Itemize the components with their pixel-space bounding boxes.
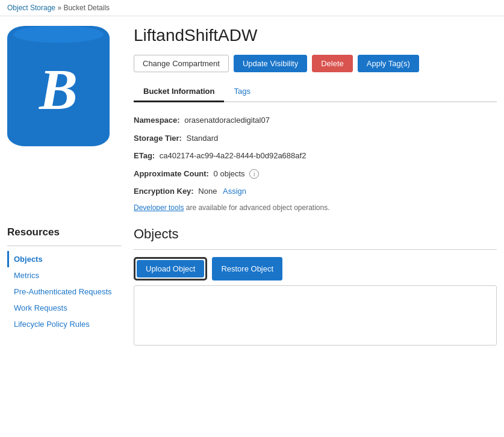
bucket-icon-panel: B	[7, 26, 122, 214]
resource-item-metrics[interactable]: Metrics	[7, 267, 122, 284]
tab-tags[interactable]: Tags	[224, 82, 260, 102]
bucket-info-table: Namespace: orasenatdoracledigital07 Stor…	[134, 112, 497, 214]
approx-count-info-icon[interactable]: i	[249, 169, 259, 179]
upload-object-button[interactable]: Upload Object	[137, 260, 204, 277]
breadcrumb-separator: »	[57, 4, 61, 12]
developer-tools-link[interactable]: Developer tools	[134, 203, 184, 212]
objects-table-area	[134, 285, 497, 346]
resource-item-objects[interactable]: Objects	[7, 251, 122, 267]
assign-link[interactable]: Assign	[223, 187, 246, 196]
bucket-cylinder-icon: B	[7, 26, 110, 146]
restore-object-button[interactable]: Restore Object	[212, 257, 282, 280]
dev-tools-row: Developer tools are available for advanc…	[134, 203, 497, 212]
namespace-label: Namespace:	[134, 116, 180, 125]
objects-section-title: Objects	[134, 226, 497, 242]
change-compartment-button[interactable]: Change Compartment	[134, 55, 229, 72]
resources-title: Resources	[7, 226, 122, 238]
storage-tier-value: Standard	[187, 134, 219, 143]
etag-label: ETag:	[134, 151, 155, 160]
update-visibility-button[interactable]: Update Visibility	[234, 55, 307, 72]
breadcrumb: Object Storage » Bucket Details	[0, 0, 504, 16]
storage-tier-label: Storage Tier:	[134, 134, 182, 143]
objects-panel: Objects Upload Object Restore Object	[134, 226, 497, 346]
delete-button[interactable]: Delete	[312, 55, 353, 72]
encryption-key-label: Encryption Key:	[134, 187, 194, 196]
storage-tier-row: Storage Tier: Standard	[134, 132, 497, 144]
namespace-value: orasenatdoracledigital07	[184, 116, 270, 125]
namespace-row: Namespace: orasenatdoracledigital07	[134, 114, 497, 126]
approx-count-row: Approximate Count: 0 objects i	[134, 168, 497, 180]
bucket-title: LiftandShiftADW	[134, 26, 497, 45]
resource-item-work-requests[interactable]: Work Requests	[7, 300, 122, 316]
tab-bucket-information[interactable]: Bucket Information	[134, 82, 224, 102]
detail-panel: LiftandShiftADW Change Compartment Updat…	[134, 26, 497, 214]
apply-tags-button[interactable]: Apply Tag(s)	[358, 55, 419, 72]
approx-count-value: 0 objects	[214, 169, 245, 178]
breadcrumb-current: Bucket Details	[63, 4, 110, 12]
action-buttons: Change Compartment Update Visibility Del…	[134, 55, 497, 72]
etag-row: ETag: ca402174-ac99-4a22-8444-b0d92a688a…	[134, 150, 497, 162]
resource-item-pre-auth[interactable]: Pre-Authenticated Requests	[7, 284, 122, 300]
resource-item-lifecycle[interactable]: Lifecycle Policy Rules	[7, 316, 122, 332]
objects-divider	[134, 249, 497, 250]
encryption-key-value: None	[198, 187, 217, 196]
breadcrumb-parent-link[interactable]: Object Storage	[7, 4, 55, 12]
bucket-letter: B	[39, 56, 78, 123]
objects-buttons: Upload Object Restore Object	[134, 257, 497, 280]
encryption-key-row: Encryption Key: None Assign	[134, 185, 497, 197]
dev-tools-suffix: are available for advanced object operat…	[184, 203, 329, 212]
etag-value: ca402174-ac99-4a22-8444-b0d92a688af2	[160, 151, 306, 160]
upload-button-wrapper: Upload Object	[134, 257, 207, 280]
resources-panel: Resources Objects Metrics Pre-Authentica…	[7, 226, 122, 346]
approx-count-label: Approximate Count:	[134, 169, 209, 178]
resources-divider	[7, 246, 122, 246]
tabs-container: Bucket Information Tags	[134, 82, 497, 102]
